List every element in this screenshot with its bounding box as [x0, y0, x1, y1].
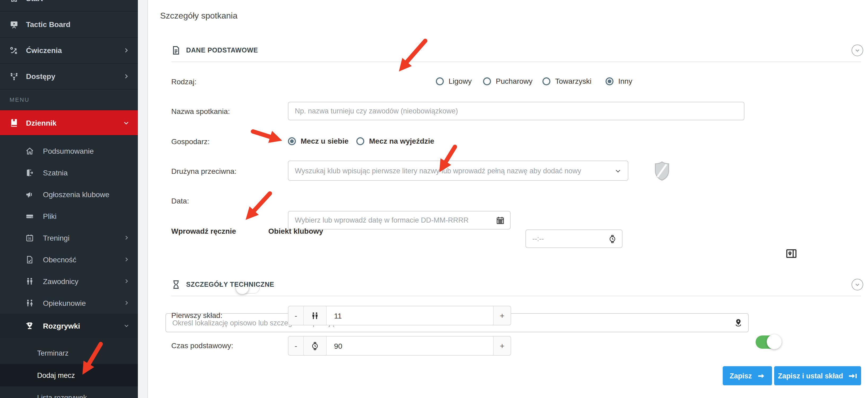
save-button-label: Zapisz — [730, 372, 752, 380]
sidebar-gutter — [138, 0, 148, 398]
chevron-right-icon — [124, 257, 129, 262]
sidebar-item-label: Szatnia — [43, 168, 68, 177]
rozgrywki-subtree: Rozgrywki Terminarz Dodaj mecz Lista roz… — [0, 314, 138, 398]
sidebar-section-label: MENU — [0, 90, 138, 110]
radio-pucharowy[interactable]: Pucharowy — [483, 77, 533, 85]
trophy-icon — [26, 322, 34, 330]
radio-label: Towarzyski — [555, 77, 591, 85]
section-divider — [171, 296, 861, 296]
stepper-minus-button[interactable]: - — [288, 306, 304, 325]
sidebar-item-label: Terminarz — [37, 349, 69, 357]
radio-label: Pucharowy — [496, 77, 533, 85]
save-and-lineup-button[interactable]: Zapisz i ustal skład — [774, 366, 861, 385]
radio-inny[interactable]: Inny — [606, 77, 632, 85]
map-object-icon[interactable] — [785, 247, 798, 262]
sidebar-item-lista-rozgrywek[interactable]: Lista rozgrywek — [0, 386, 138, 398]
document-icon — [171, 45, 181, 55]
radio-circle — [542, 77, 550, 85]
chevron-right-icon — [123, 73, 129, 79]
calendar-icon[interactable] — [496, 216, 505, 225]
save-button[interactable]: Zapisz — [723, 366, 772, 385]
collapse-section-basic-button[interactable] — [851, 44, 863, 56]
stepper-plus-button[interactable]: + — [493, 336, 510, 355]
radio-circle-selected — [288, 137, 296, 145]
location-toggle[interactable] — [755, 335, 780, 349]
sidebar-item-label: Obecność — [43, 255, 76, 264]
stepper-minus-button[interactable]: - — [288, 336, 304, 355]
sidebar-item-podsumowanie[interactable]: Podsumowanie — [0, 140, 138, 162]
home-icon — [9, 0, 19, 3]
radio-circle — [356, 137, 364, 145]
radio-mecz-u-siebie[interactable]: Mecz u siebie — [288, 137, 349, 145]
nazwa-label: Nazwa spotkania: — [171, 107, 230, 115]
sidebar-item-ogloszenia[interactable]: Ogłoszenia klubowe — [0, 184, 138, 205]
chevron-down-icon — [124, 323, 129, 329]
section-title: SZCZEGÓŁY TECHNICZNE — [186, 281, 274, 288]
sidebar-item-label: Ćwiczenia — [26, 46, 62, 55]
players-icon — [26, 277, 34, 286]
sidebar-item-cwiczenia[interactable]: Ćwiczenia — [0, 38, 138, 64]
dziennik-submenu: Podsumowanie Szatnia Ogłoszenia klubowe … — [0, 136, 138, 398]
combobox-placeholder: Wyszukaj klub wpisując pierwsze litery n… — [295, 167, 581, 175]
home-icon — [26, 146, 34, 155]
sidebar-item-label: Dodaj mecz — [37, 371, 75, 379]
main-content: Szczegóły spotkania DANE PODSTAWOWE Rodz… — [148, 0, 868, 398]
czas-podstawowy-label: Czas podstawowy: — [171, 341, 233, 350]
sidebar-item-dodaj-mecz[interactable]: Dodaj mecz — [0, 364, 138, 386]
sidebar-item-szatnia[interactable]: Szatnia — [0, 162, 138, 184]
sidebar-item-tactic-board[interactable]: Tactic Board — [0, 12, 138, 38]
hourglass-icon — [171, 280, 181, 289]
pierwszy-sklad-input[interactable] — [327, 306, 493, 325]
radio-mecz-na-wyjezdzie[interactable]: Mecz na wyjeździe — [356, 137, 434, 145]
section-basic-header: DANE PODSTAWOWE — [171, 44, 258, 56]
druzyna-label: Drużyna przeciwna: — [171, 167, 237, 175]
sidebar-item-obecnosc[interactable]: Obecność — [0, 248, 138, 270]
players-icon — [304, 306, 327, 325]
map-pin-icon[interactable] — [734, 318, 743, 327]
svg-text:31: 31 — [28, 237, 32, 240]
sidebar-item-dziennik[interactable]: Dziennik — [0, 110, 138, 136]
radio-label: Mecz na wyjeździe — [369, 137, 434, 145]
czas-podstawowy-stepper: - + — [288, 336, 511, 356]
sidebar-item-start[interactable]: Start — [0, 0, 138, 12]
page-title: Szczegóły spotkania — [160, 11, 238, 21]
stepper-plus-button[interactable]: + — [493, 306, 510, 325]
sidebar-item-opiekunowie[interactable]: Opiekunowie — [0, 292, 138, 314]
section-divider — [171, 62, 861, 62]
watch-icon[interactable] — [608, 234, 617, 243]
chevron-down-icon — [615, 167, 621, 174]
watch-icon — [304, 336, 327, 355]
radio-circle-selected — [606, 77, 614, 85]
sidebar-item-treningi[interactable]: 31 Treningi — [0, 227, 138, 248]
access-users-icon — [9, 72, 19, 81]
chevron-right-icon — [124, 278, 129, 284]
chevron-right-icon — [124, 235, 129, 241]
sidebar: Start Tactic Board Ćwiczenia Dostępy — [0, 0, 138, 398]
czas-podstawowy-input[interactable] — [327, 336, 493, 355]
sidebar-item-label: Ogłoszenia klubowe — [43, 190, 110, 198]
chevron-down-icon — [854, 281, 861, 288]
data-label: Data: — [171, 197, 189, 205]
radio-towarzyski[interactable]: Towarzyski — [542, 77, 591, 85]
gospodarz-label: Gospodarz: — [171, 137, 210, 146]
sidebar-item-label: Lista rozgrywek — [37, 394, 87, 398]
radio-ligowy[interactable]: Ligowy — [436, 77, 472, 85]
sidebar-item-label: Podsumowanie — [43, 146, 94, 155]
druzyna-combobox[interactable]: Wyszukaj klub wpisując pierwsze litery n… — [288, 161, 628, 181]
tactics-icon — [9, 46, 19, 55]
document-check-icon — [26, 255, 34, 264]
obiekt-klubowy-label: Obiekt klubowy — [268, 227, 323, 235]
club-shield-icon — [653, 161, 671, 183]
sidebar-item-label: Zawodnicy — [43, 277, 79, 286]
nazwa-input[interactable] — [288, 102, 744, 120]
chevron-right-icon — [123, 47, 129, 54]
sidebar-item-pliki[interactable]: Pliki — [0, 205, 138, 227]
collapse-section-technical-button[interactable] — [851, 279, 863, 290]
sidebar-item-label: Treningi — [43, 233, 69, 242]
sidebar-item-rozgrywki[interactable]: Rozgrywki — [0, 314, 138, 338]
sidebar-item-label: Tactic Board — [26, 20, 70, 29]
sidebar-item-terminarz[interactable]: Terminarz — [0, 342, 138, 364]
chevron-down-icon — [854, 47, 861, 54]
sidebar-item-zawodnicy[interactable]: Zawodnicy — [0, 270, 138, 292]
sidebar-item-dostepy[interactable]: Dostępy — [0, 64, 138, 90]
